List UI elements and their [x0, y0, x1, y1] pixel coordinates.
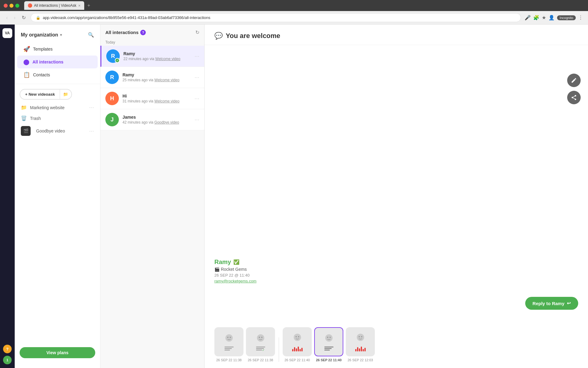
- back-button[interactable]: ‹: [5, 14, 9, 22]
- svg-point-2: [230, 337, 231, 338]
- star-icon[interactable]: ★: [542, 15, 546, 21]
- contact-section: Ramy ✅ 🎬 Rocket Gems 26 SEP 22 @ 11:40 r…: [205, 249, 588, 288]
- avatar: J: [105, 113, 119, 126]
- interaction-source-link[interactable]: Goodbye video: [154, 120, 179, 125]
- video-thumb-date: 26 SEP 22 11:40: [316, 358, 342, 362]
- svg-point-6: [294, 334, 301, 341]
- org-name[interactable]: My organization ▾: [21, 32, 62, 38]
- profile-icon[interactable]: 👤: [548, 15, 555, 21]
- tab-close-button[interactable]: ✕: [78, 4, 81, 7]
- app-logo: VA: [2, 28, 12, 38]
- contact-org: 🎬 Rocket Gems: [214, 267, 578, 272]
- app-container: VA ? 1 My organization ▾ 🔍 🚀 Templates ⬤…: [0, 25, 588, 368]
- share-icon: [571, 94, 577, 101]
- text-lines-icon: [224, 347, 234, 351]
- refresh-button[interactable]: ↻: [195, 29, 199, 35]
- main-content: 💬 You are welcome Ramy ✅ 🎬 Rocket Gems: [205, 25, 588, 368]
- incognito-badge: Incognito: [557, 15, 576, 20]
- interaction-meta: 22 minutes ago via Welcome video: [123, 57, 191, 61]
- fullscreen-traffic-light[interactable]: [15, 4, 19, 8]
- video-thumb-3[interactable]: 26 SEP 22 11:40: [283, 327, 312, 362]
- menu-icon[interactable]: ⋮: [578, 15, 583, 21]
- interaction-name: Ramy: [123, 72, 191, 77]
- face-icon: [354, 332, 367, 345]
- svg-point-3: [257, 334, 264, 342]
- extension-icon[interactable]: 🧩: [533, 15, 539, 21]
- forward-button[interactable]: ›: [13, 14, 17, 22]
- avatar: H: [105, 92, 119, 105]
- video-thumb-5[interactable]: 26 SEP 22 12:03: [346, 327, 375, 362]
- verified-badge: ✓: [115, 58, 120, 63]
- interaction-meta: 42 minutes ago via Goodbye video: [123, 120, 191, 125]
- contact-date: 26 SEP 22 @ 11:40: [214, 273, 578, 278]
- microphone-icon[interactable]: 🎤: [525, 15, 531, 21]
- share-button[interactable]: [567, 91, 581, 104]
- svg-point-12: [357, 334, 364, 341]
- new-videoask-button[interactable]: + New videoask: [20, 89, 60, 100]
- folder-more-icon[interactable]: ⋯: [89, 128, 94, 134]
- interaction-item[interactable]: H Hi 31 minutes ago via Welcome video ⋯: [100, 88, 204, 109]
- audio-bars-icon: [355, 346, 366, 351]
- sidebar-item-contacts[interactable]: 📋 Contacts: [17, 68, 98, 81]
- interaction-item[interactable]: J James 42 minutes ago via Goodbye video…: [100, 109, 204, 130]
- help-circle-icon[interactable]: ?: [140, 30, 146, 35]
- video-thumb-2[interactable]: ✓ 26 SEP 22 11:38: [246, 327, 275, 362]
- video-thumb-1[interactable]: 26 SEP 22 11:38: [214, 327, 243, 362]
- interaction-source-link[interactable]: Welcome video: [154, 99, 179, 103]
- timeline-container: 26 SEP 22 11:38: [214, 327, 578, 362]
- interaction-source-link[interactable]: Welcome video: [154, 78, 179, 82]
- video-thumb-4[interactable]: 26 SEP 22 11:40: [314, 327, 343, 362]
- sidebar-item-goodbye-video[interactable]: 🎬 Goodbye video ⋯: [15, 124, 100, 138]
- sidebar-item-all-interactions[interactable]: ⬤ All interactions: [17, 56, 98, 68]
- help-button[interactable]: ?: [3, 345, 12, 353]
- avatar: R ✓: [106, 49, 120, 63]
- new-tab-button[interactable]: +: [85, 2, 92, 9]
- goodbye-video-thumbnail: 🎬: [21, 126, 31, 136]
- address-input[interactable]: 🔒 app.videoask.com/app/organizations/8b9…: [31, 13, 521, 22]
- reply-button[interactable]: Reply to Ramy ↩: [525, 297, 578, 310]
- svg-point-14: [361, 336, 362, 337]
- minimize-traffic-light[interactable]: [9, 4, 13, 8]
- address-bar: ‹ › ↻ 🔒 app.videoask.com/app/organizatio…: [0, 11, 588, 25]
- contact-name: Ramy ✅: [214, 259, 578, 266]
- video-card-selected[interactable]: [314, 327, 343, 356]
- sidebar-item-templates[interactable]: 🚀 Templates: [17, 43, 98, 56]
- video-card[interactable]: [214, 327, 243, 356]
- new-videoask-folder-button[interactable]: 📁: [60, 89, 72, 100]
- close-traffic-light[interactable]: [4, 4, 8, 8]
- interaction-source-link[interactable]: Welcome video: [155, 57, 180, 61]
- view-plans-button[interactable]: View plans: [20, 347, 95, 358]
- interaction-info: Hi 31 minutes ago via Welcome video: [123, 94, 191, 103]
- reload-button[interactable]: ↻: [21, 13, 27, 22]
- active-tab[interactable]: All interactions | VideoAsk ✕: [24, 1, 84, 10]
- welcome-title: You are welcome: [226, 32, 280, 40]
- video-thumb-date: 26 SEP 22 12:03: [348, 358, 373, 362]
- more-options-icon[interactable]: ⋯: [194, 117, 199, 123]
- contacts-icon: 📋: [23, 71, 30, 78]
- more-options-icon[interactable]: ⋯: [194, 96, 199, 102]
- notification-badge[interactable]: 1: [3, 356, 12, 364]
- org-chevron-icon: ▾: [60, 33, 62, 37]
- sidebar-item-marketing-website[interactable]: 📁 Marketing website ⋯: [15, 102, 100, 113]
- more-options-icon[interactable]: ⋯: [194, 53, 199, 59]
- video-thumb-date: 26 SEP 22 11:38: [248, 358, 273, 362]
- face-icon: [254, 333, 267, 345]
- search-button[interactable]: 🔍: [88, 32, 94, 38]
- video-card[interactable]: [346, 327, 375, 356]
- video-thumb-date: 26 SEP 22 11:38: [216, 358, 242, 362]
- svg-point-4: [259, 337, 260, 338]
- pencil-icon: [571, 77, 577, 83]
- timeline-divider: [279, 337, 279, 362]
- video-card[interactable]: [283, 327, 312, 356]
- interaction-item[interactable]: R Ramy 25 minutes ago via Welcome video …: [100, 67, 204, 88]
- contact-email[interactable]: ramy@rocketgems.com: [214, 279, 578, 283]
- edit-button[interactable]: [567, 74, 581, 87]
- video-card[interactable]: ✓: [246, 327, 275, 356]
- folder-more-icon[interactable]: ⋯: [89, 105, 94, 110]
- date-group-label: Today: [100, 38, 204, 46]
- more-options-icon[interactable]: ⋯: [194, 75, 199, 80]
- interaction-item[interactable]: R ✓ Ramy 22 minutes ago via Welcome vide…: [100, 46, 204, 67]
- interaction-info: Ramy 25 minutes ago via Welcome video: [123, 72, 191, 82]
- sidebar-item-trash[interactable]: 🗑️ Trash: [15, 113, 100, 124]
- toolbar-icons: 🎤 🧩 ★ 👤 Incognito ⋮: [525, 15, 583, 21]
